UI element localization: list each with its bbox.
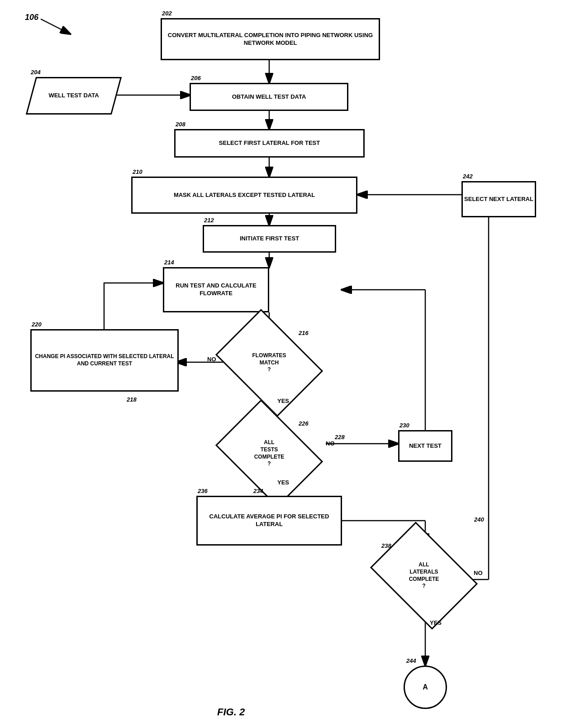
label-no-flowrates: NO [207, 356, 216, 363]
ref-242: 242 [463, 173, 473, 180]
label-yes-flowrates: YES [277, 398, 289, 404]
node-208: SELECT FIRST LATERAL FOR TEST [174, 129, 365, 158]
figure-label: FIG. 2 [217, 706, 245, 718]
node-212: INITIATE FIRST TEST [203, 225, 336, 253]
ref-236: 236 [198, 488, 208, 494]
ref-212: 212 [204, 217, 214, 224]
label-no-tests: NO [326, 440, 335, 447]
svg-line-21 [41, 19, 70, 34]
ref-244: 244 [406, 657, 416, 664]
ref-218: 218 [127, 396, 137, 403]
node-216: FLOWRATESMATCH? [225, 330, 313, 395]
ref-216: 216 [299, 330, 309, 336]
node-210: MASK ALL LATERALS EXCEPT TESTED LATERAL [131, 177, 357, 214]
flowchart-diagram: 106 CONVERT MULTILATERAL COMPLETION INTO… [0, 0, 561, 728]
ref-228: 228 [335, 434, 345, 441]
ref-214: 214 [164, 259, 174, 266]
label-no-laterals: NO [474, 570, 483, 576]
label-yes-laterals: YES [430, 619, 442, 626]
node-242: SELECT NEXT LATERAL [461, 181, 536, 217]
node-236: CALCULATE AVERAGE PI FOR SELECTED LATERA… [196, 496, 342, 546]
ref-106: 106 [25, 13, 38, 22]
node-202: CONVERT MULTILATERAL COMPLETION INTO PIP… [161, 18, 380, 60]
ref-204: 204 [31, 69, 41, 76]
label-yes-tests: YES [277, 479, 289, 486]
ref-240: 240 [474, 516, 484, 523]
node-230: NEXT TEST [398, 430, 452, 462]
ref-210: 210 [133, 168, 143, 175]
ref-226: 226 [299, 420, 309, 427]
node-224: ALLTESTSCOMPLETE? [225, 421, 313, 486]
node-214: RUN TEST AND CALCULATE FLOWRATE [163, 267, 269, 312]
node-circle-a: A [404, 666, 447, 709]
node-220: CHANGE PI ASSOCIATED WITH SELECTED LATER… [30, 329, 179, 392]
ref-220: 220 [32, 321, 42, 328]
ref-234: 234 [253, 488, 263, 494]
ref-202: 202 [162, 10, 172, 17]
node-206: OBTAIN WELL TEST DATA [190, 83, 348, 111]
ref-206: 206 [191, 75, 201, 81]
node-238: ALLLATERALSCOMPLETE? [380, 543, 468, 608]
node-204-welltest: WELL TEST DATA [31, 77, 117, 115]
ref-208: 208 [176, 121, 185, 128]
ref-230: 230 [399, 422, 409, 429]
ref-238: 238 [381, 542, 391, 549]
